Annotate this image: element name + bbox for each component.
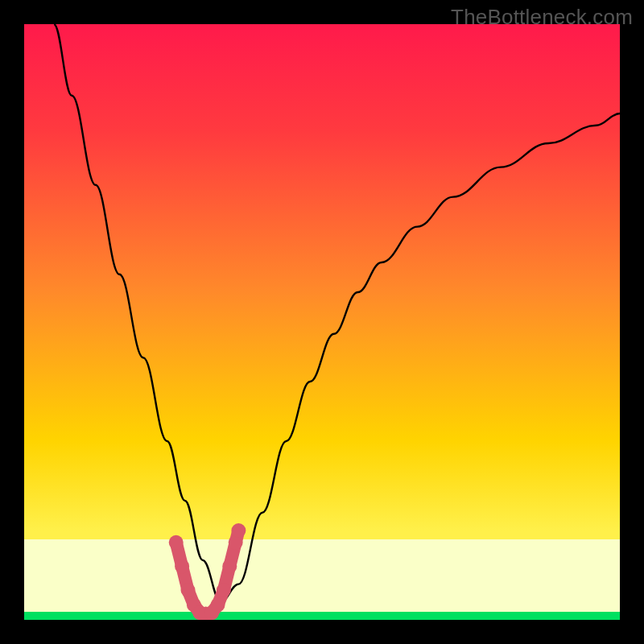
watermark-text: TheBottleneck.com — [451, 5, 633, 30]
highlight-dot — [222, 559, 237, 573]
baseline — [24, 612, 620, 620]
chart-canvas — [24, 24, 620, 620]
plot-area — [24, 24, 620, 620]
highlight-dot — [175, 559, 189, 573]
highlight-dot — [231, 523, 246, 538]
highlight-dot — [211, 598, 225, 613]
highlight-dot — [181, 583, 196, 597]
gradient-background — [24, 24, 620, 620]
lower-band — [24, 539, 620, 612]
highlight-dot — [217, 583, 231, 597]
chart-frame: TheBottleneck.com — [0, 0, 644, 644]
highlight-dot — [169, 535, 184, 550]
